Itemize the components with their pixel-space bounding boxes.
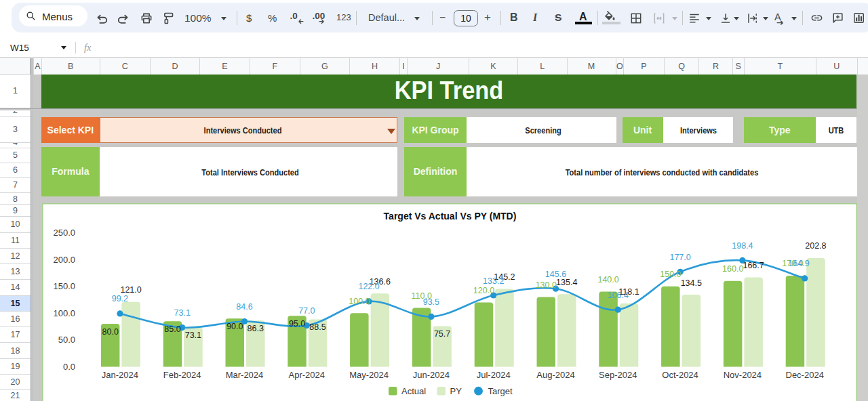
svg-text:90.0: 90.0: [226, 321, 243, 331]
svg-text:200.0: 200.0: [53, 254, 75, 264]
svg-text:Mar-2024: Mar-2024: [226, 369, 264, 379]
svg-text:250.0: 250.0: [53, 228, 75, 238]
svg-text:84.6: 84.6: [236, 302, 252, 312]
svg-text:Jun-2024: Jun-2024: [413, 369, 450, 379]
svg-text:85.0: 85.0: [164, 324, 180, 333]
svg-text:Jan-2024: Jan-2024: [102, 369, 138, 379]
svg-text:50.0: 50.0: [58, 335, 75, 345]
svg-text:Dec-2024: Dec-2024: [786, 369, 824, 379]
svg-text:164.9: 164.9: [788, 259, 809, 268]
svg-text:160.0: 160.0: [722, 264, 743, 274]
svg-text:198.4: 198.4: [732, 240, 753, 250]
svg-text:77.0: 77.0: [298, 306, 315, 316]
svg-text:99.2: 99.2: [112, 294, 128, 303]
svg-text:166.7: 166.7: [743, 261, 764, 270]
svg-text:145.6: 145.6: [545, 269, 566, 278]
svg-text:95.0: 95.0: [289, 318, 305, 328]
svg-text:86.3: 86.3: [248, 323, 264, 333]
svg-text:150.0: 150.0: [660, 270, 681, 279]
svg-text:135.4: 135.4: [556, 277, 577, 287]
svg-text:150.0: 150.0: [53, 281, 75, 291]
svg-text:Target Vs Actual Vs PY (MTD): Target Vs Actual Vs PY (MTD): [384, 211, 517, 221]
svg-text:Jul-2024: Jul-2024: [477, 369, 511, 379]
svg-text:134.5: 134.5: [681, 278, 702, 287]
svg-text:Actual: Actual: [401, 385, 426, 396]
svg-text:121.0: 121.0: [120, 285, 141, 295]
svg-text:Nov-2024: Nov-2024: [724, 369, 762, 379]
svg-text:106.4: 106.4: [608, 290, 629, 299]
svg-text:Aug-2024: Aug-2024: [536, 369, 574, 379]
svg-text:88.5: 88.5: [309, 322, 326, 331]
svg-text:PY: PY: [450, 385, 462, 396]
svg-text:Sep-2024: Sep-2024: [599, 369, 637, 379]
svg-text:133.2: 133.2: [483, 276, 504, 285]
svg-text:80.0: 80.0: [102, 326, 119, 336]
svg-text:202.8: 202.8: [805, 241, 826, 251]
svg-text:73.1: 73.1: [174, 308, 191, 318]
svg-text:130.0: 130.0: [536, 280, 557, 290]
svg-text:Target: Target: [488, 385, 513, 396]
svg-text:May-2024: May-2024: [349, 369, 389, 379]
svg-text:75.7: 75.7: [434, 329, 450, 339]
svg-text:100.0: 100.0: [53, 308, 75, 318]
svg-text:122.0: 122.0: [358, 282, 379, 291]
svg-text:93.5: 93.5: [423, 297, 439, 306]
svg-text:Feb-2024: Feb-2024: [163, 369, 201, 379]
svg-text:140.0: 140.0: [597, 275, 618, 284]
svg-text:73.1: 73.1: [185, 331, 201, 340]
svg-text:177.0: 177.0: [669, 252, 690, 261]
svg-text:0.0: 0.0: [63, 362, 75, 372]
svg-text:Oct-2024: Oct-2024: [662, 369, 698, 379]
svg-text:100.0: 100.0: [349, 296, 370, 305]
svg-text:Apr-2024: Apr-2024: [289, 369, 325, 379]
svg-text:120.0: 120.0: [473, 286, 494, 295]
